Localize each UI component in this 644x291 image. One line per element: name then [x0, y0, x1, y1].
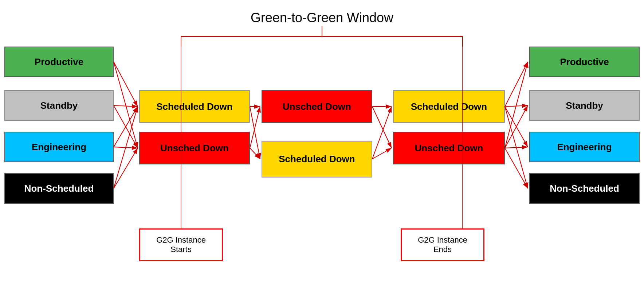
- svg-line-18: [372, 107, 392, 148]
- svg-line-26: [505, 105, 528, 148]
- mid-unsched-down-top-box: Unsched Down: [262, 90, 372, 123]
- svg-line-11: [114, 107, 138, 188]
- svg-line-16: [250, 148, 260, 159]
- svg-line-12: [114, 148, 138, 188]
- svg-line-23: [505, 107, 528, 147]
- g2g-instance-starts-box: G2G InstanceStarts: [139, 228, 223, 261]
- svg-line-14: [250, 107, 260, 159]
- svg-line-20: [372, 148, 392, 159]
- svg-line-27: [505, 147, 528, 148]
- svg-line-10: [114, 147, 138, 148]
- svg-line-19: [372, 107, 392, 159]
- svg-line-5: [114, 62, 138, 107]
- svg-line-7: [114, 105, 138, 107]
- svg-line-6: [114, 62, 138, 148]
- right-standby-box: Standby: [529, 90, 640, 121]
- left-nonscheduled-box: Non-Scheduled: [4, 173, 114, 204]
- right-nonscheduled-box: Non-Scheduled: [529, 173, 640, 204]
- g2g-ends-label: G2G InstanceEnds: [418, 235, 467, 254]
- mid-unsched-down-bot-box: Unsched Down: [139, 132, 250, 164]
- g2g-instance-ends-box: G2G InstanceEnds: [401, 228, 484, 261]
- svg-line-8: [114, 105, 138, 148]
- rmid-sched-down-top-box: Scheduled Down: [393, 90, 505, 123]
- g2g-starts-label: G2G InstanceStarts: [156, 235, 206, 254]
- left-standby-box: Standby: [4, 90, 114, 121]
- svg-line-28: [505, 148, 528, 188]
- right-engineering-box: Engineering: [529, 132, 640, 162]
- diagram-title: Green-to-Green Window: [0, 10, 644, 25]
- diagram-container: Green-to-Green Window Productive Standby…: [0, 0, 644, 291]
- svg-line-25: [505, 62, 528, 148]
- mid-sched-down-top-box: Scheduled Down: [139, 90, 250, 123]
- svg-line-15: [250, 107, 260, 148]
- mid-sched-down-bot-box: Scheduled Down: [262, 141, 372, 178]
- svg-line-24: [505, 107, 528, 188]
- left-engineering-box: Engineering: [4, 132, 114, 162]
- svg-line-22: [505, 105, 528, 107]
- svg-line-21: [505, 62, 528, 107]
- svg-line-9: [114, 107, 138, 147]
- left-productive-box: Productive: [4, 47, 114, 77]
- right-productive-box: Productive: [529, 47, 640, 77]
- rmid-unsched-down-bot-box: Unsched Down: [393, 132, 505, 164]
